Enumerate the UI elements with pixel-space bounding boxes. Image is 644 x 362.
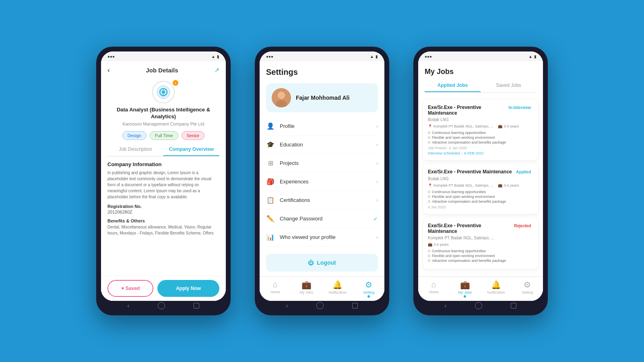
job-3-benefits: Continuous learning opportunities Flexib… <box>428 249 533 263</box>
nav-setting[interactable]: ⚙ Setting <box>353 280 385 298</box>
setting-icon-3: ⚙ <box>524 280 531 290</box>
tab-job-description[interactable]: Job Description <box>107 143 163 156</box>
company-info-text: In publishing and graphic design, Lorem … <box>107 170 219 200</box>
android-recents-2[interactable] <box>352 303 358 309</box>
job-card-1-company: Bodak LNG <box>428 117 533 122</box>
settings-item-whoviewed[interactable]: 📊 Who viewed your profile › <box>266 228 378 247</box>
interview-link[interactable]: Interview scheduled :- 6-FEB-2022 <box>428 151 533 155</box>
exp-icon-2: 💼 <box>498 183 502 187</box>
active-indicator <box>367 295 370 298</box>
settings-screen: Settings Fajar Mohhomad Ali <box>260 61 384 301</box>
saved-button[interactable]: ♥ Saved <box>107 280 153 297</box>
nav-myjobs[interactable]: 💼 My Jobs <box>291 280 322 298</box>
password-label: Change Password <box>280 216 322 222</box>
notification-icon: 🔔 <box>332 280 343 290</box>
android-back[interactable]: ‹ <box>128 302 130 309</box>
android-home-3[interactable] <box>475 302 482 309</box>
nav-setting-3[interactable]: ⚙ Setting <box>512 280 543 298</box>
notification-badge: 4 <box>173 80 178 86</box>
svg-point-6 <box>278 92 285 99</box>
location-icon-2: 📍 <box>428 183 432 187</box>
benefit-2-2: Flexible and open working environment <box>428 195 533 199</box>
education-label: Education <box>280 142 303 148</box>
phone-myjobs: ●●● ▲ ▮ My Jobs Applied Jobs Saved Jobs … <box>413 47 548 315</box>
logout-button[interactable]: ⏻ Logout <box>266 254 378 272</box>
bullet-3 <box>428 141 430 144</box>
job-card-3[interactable]: Exe/Sr.Exe - Preventive Maintenance Reje… <box>423 218 538 269</box>
battery-icon: ▮ <box>217 54 219 59</box>
job-card-3-company: Komplek PT Badak NGL, Satimpo, ... <box>428 236 533 240</box>
projects-label: Projects <box>280 160 299 166</box>
settings-list: 👤 Profile › 🎓 Education › ⊞ Projects <box>260 115 384 251</box>
settings-item-profile[interactable]: 👤 Profile › <box>266 117 378 136</box>
job-card-1[interactable]: Exe/Sr.Exe - Preventive Maintenance In-I… <box>423 100 538 160</box>
bullet-3-1 <box>428 250 430 252</box>
projects-icon: ⊞ <box>266 159 275 167</box>
nav-myjobs-3[interactable]: 💼 My Jobs <box>450 280 481 298</box>
education-icon: 🎓 <box>266 141 275 148</box>
android-back-2[interactable]: ‹ <box>286 302 288 309</box>
job-card-3-title: Exe/Sr.Exe - Preventive Maintenance <box>428 223 512 234</box>
settings-item-experiences[interactable]: 🎒 Experiences › <box>266 173 378 191</box>
details-tabs: Job Description Company Overview <box>107 143 219 156</box>
logout-icon: ⏻ <box>308 259 314 266</box>
job-2-benefits: Continuous learning opportunities Flexib… <box>428 190 533 204</box>
status-badge-2: Applied <box>514 169 533 175</box>
job-2-posted: 4 Jan 2020 <box>428 205 533 209</box>
job-title-section: Data Analyst (Business Intelligence & An… <box>101 105 226 128</box>
myjobs-header: My Jobs Applied Jobs Saved Jobs <box>418 61 543 96</box>
share-button[interactable]: ↗ <box>214 66 219 74</box>
settings-item-certifications[interactable]: 📋 Certifications › <box>266 191 378 210</box>
phone-settings: ●●● ▲ ▮ Settings <box>255 47 389 315</box>
myjobs-icon-3: 💼 <box>460 280 470 290</box>
tag-design: Design <box>122 131 147 140</box>
nav-home-3[interactable]: ⌂ Home <box>418 280 450 298</box>
job-card-2[interactable]: Exe/Sr.Exe - Preventive Maintenance Appl… <box>423 164 538 214</box>
avatar-svg <box>272 88 291 107</box>
tab-saved-jobs[interactable]: Saved Jobs <box>481 79 537 92</box>
myjobs-title: My Jobs <box>425 68 537 76</box>
battery-icon-3: ▮ <box>534 54 537 59</box>
status-bar-2: ●●● ▲ ▮ <box>260 51 384 61</box>
back-button[interactable]: ‹ <box>107 66 110 74</box>
experience-meta: 💼 3-4 years <box>498 124 519 128</box>
settings-item-projects[interactable]: ⊞ Projects › <box>266 154 378 173</box>
tab-applied-jobs[interactable]: Applied Jobs <box>425 79 481 92</box>
android-home[interactable] <box>158 302 165 309</box>
android-recents-3[interactable] <box>511 303 516 309</box>
nav-home[interactable]: ⌂ Home <box>260 280 291 298</box>
profile-arrow: › <box>376 123 378 129</box>
job-card-2-title: Exe/Sr.Exe - Preventive Maintenance <box>428 169 514 175</box>
job-details-header: ‹ Job Details ↗ <box>101 61 226 78</box>
jobs-tabs: Applied Jobs Saved Jobs <box>425 79 537 93</box>
experiences-label: Experiences <box>280 179 309 185</box>
nav-notification-3[interactable]: 🔔 Notification <box>481 280 512 298</box>
tab-company-overview[interactable]: Company Overview <box>163 143 219 156</box>
apply-button[interactable]: Apply Now <box>157 280 219 297</box>
bullet-3-3 <box>428 259 430 262</box>
settings-header: Settings <box>260 61 384 80</box>
myjobs-icon: 💼 <box>301 280 312 290</box>
job-card-1-title: Exe/Sr.Exe - Preventive Maintenance <box>428 105 506 116</box>
nav-notification-label: Notification <box>328 290 347 294</box>
status-bar-3: ●●● ▲ ▮ <box>418 51 543 61</box>
job-1-benefits: Continuous learning opportunities Flexib… <box>428 131 533 144</box>
settings-item-password[interactable]: ✏️ Change Password ✓ <box>266 210 378 228</box>
android-recents[interactable] <box>194 303 199 309</box>
android-home-2[interactable] <box>316 302 324 309</box>
jobs-list: Exe/Sr.Exe - Preventive Maintenance In-I… <box>418 96 543 276</box>
wifi-icon-3: ▲ <box>528 54 533 59</box>
user-avatar <box>272 88 291 107</box>
settings-item-education[interactable]: 🎓 Education › <box>266 136 378 154</box>
heart-icon: ♥ <box>121 286 124 291</box>
android-nav-1: ‹ <box>101 301 226 311</box>
company-logo-section: 4 <box>101 78 226 105</box>
android-back-3[interactable]: ‹ <box>445 302 447 309</box>
profile-icon: 👤 <box>266 122 275 130</box>
reg-label: Registration No. <box>107 204 219 209</box>
whoviewed-label: Who viewed your profile <box>280 234 336 240</box>
status-time: ●●● <box>107 54 115 59</box>
home-icon: ⌂ <box>273 280 278 289</box>
user-profile-card[interactable]: Fajar Mohhomad Ali <box>266 83 378 112</box>
nav-notification[interactable]: 🔔 Notification <box>322 280 353 298</box>
